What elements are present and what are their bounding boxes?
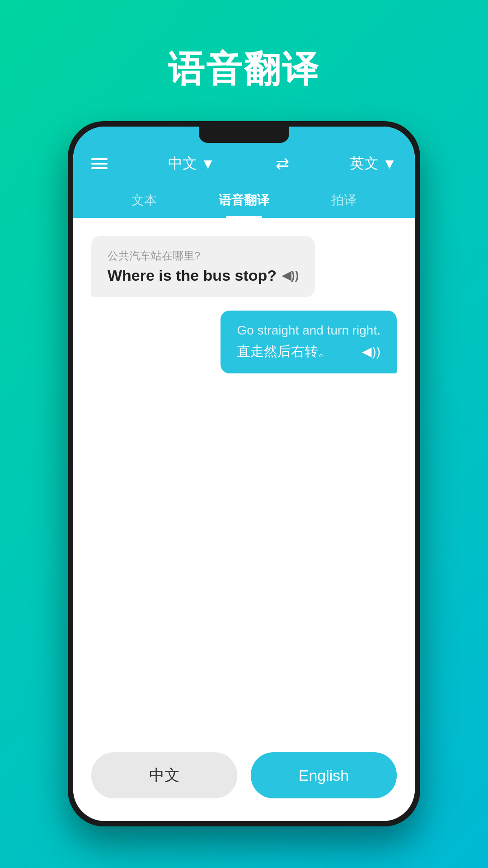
bubble-right-translated: 直走然后右转。 ◀)) [237, 342, 380, 361]
menu-icon[interactable] [91, 158, 108, 169]
sound-icon-right[interactable]: ◀)) [362, 344, 380, 359]
target-language-selector[interactable]: 英文 ▼ [350, 154, 397, 174]
tab-text[interactable]: 文本 [118, 183, 170, 218]
english-language-button[interactable]: English [251, 752, 397, 798]
source-language-arrow-icon: ▼ [201, 156, 215, 172]
chinese-language-button[interactable]: 中文 [91, 752, 237, 798]
sound-icon-left[interactable]: ◀)) [282, 269, 299, 283]
page-title-text: 语音翻译 [168, 45, 320, 94]
target-language-arrow-icon: ▼ [382, 156, 397, 172]
tab-photo-translate[interactable]: 拍译 [318, 183, 370, 218]
swap-languages-icon[interactable]: ⇄ [276, 154, 289, 173]
source-language-selector[interactable]: 中文 ▼ [168, 154, 215, 174]
bubble-left-translated: Where is the bus stop? ◀)) [108, 267, 299, 284]
phone-frame: 中文 ▼ ⇄ 英文 ▼ 文本 语音翻译 拍译 [68, 121, 420, 826]
target-language-label: 英文 [350, 154, 379, 174]
tab-bar: 文本 语音翻译 拍译 [91, 183, 397, 218]
phone-notch [199, 127, 289, 143]
chat-container: 公共汽车站在哪里? Where is the bus stop? ◀)) Go … [91, 236, 397, 739]
bubble-left-translation-text: Where is the bus stop? [108, 267, 277, 284]
source-language-label: 中文 [168, 154, 197, 174]
chat-bubble-left: 公共汽车站在哪里? Where is the bus stop? ◀)) [91, 236, 315, 297]
phone-screen: 中文 ▼ ⇄ 英文 ▼ 文本 语音翻译 拍译 [73, 127, 415, 821]
bubble-right-original: Go straight and turn right. [237, 323, 380, 338]
bubble-right-translation-text: 直走然后右转。 [237, 342, 332, 361]
tab-voice-translate[interactable]: 语音翻译 [205, 183, 283, 218]
bottom-buttons: 中文 English [73, 739, 415, 821]
bubble-left-original: 公共汽车站在哪里? [108, 249, 299, 263]
header-nav: 中文 ▼ ⇄ 英文 ▼ [91, 154, 397, 183]
content-area: 公共汽车站在哪里? Where is the bus stop? ◀)) Go … [73, 218, 415, 739]
chat-bubble-right: Go straight and turn right. 直走然后右转。 ◀)) [221, 311, 397, 373]
